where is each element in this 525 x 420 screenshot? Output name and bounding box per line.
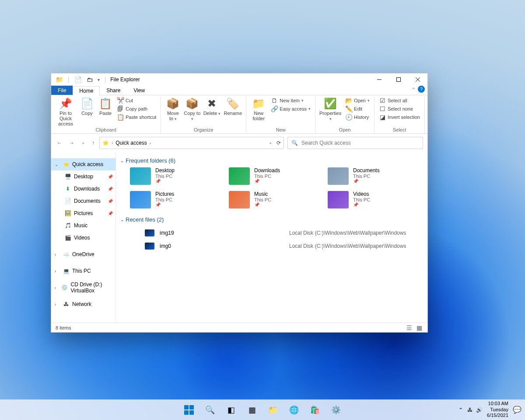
- address-bar[interactable]: ⭐ › Quick access › ⌄ ⟳: [99, 137, 284, 149]
- tab-view[interactable]: View: [127, 86, 151, 95]
- file-name: img0: [160, 243, 287, 249]
- network-tray-icon[interactable]: 🖧: [467, 407, 472, 413]
- group-label: Select: [377, 127, 422, 133]
- chevron-right-icon[interactable]: ›: [55, 269, 60, 274]
- new-item-button[interactable]: 🗋New item: [269, 97, 312, 104]
- search-box[interactable]: 🔍: [287, 137, 423, 149]
- folder-name: Videos: [353, 191, 370, 197]
- folder-name: Music: [254, 191, 271, 197]
- sidebar-cd-drive[interactable]: ›💿CD Drive (D:) VirtualBox: [51, 281, 116, 294]
- recent-file-row[interactable]: img0Local Disk (C:)\Windows\Web\Wallpape…: [130, 240, 422, 253]
- move-to-button[interactable]: 📦Move to: [164, 97, 182, 122]
- delete-button[interactable]: ✖Delete: [202, 97, 221, 117]
- tray-overflow-button[interactable]: ⌃: [458, 407, 463, 413]
- maximize-button[interactable]: [389, 73, 408, 86]
- tab-share[interactable]: Share: [100, 86, 127, 95]
- rename-button[interactable]: 🏷️Rename: [222, 97, 243, 117]
- volume-tray-icon[interactable]: 🔊: [476, 407, 483, 413]
- task-view-button[interactable]: ◧: [223, 402, 239, 418]
- sidebar-music[interactable]: 🎵Music: [51, 219, 116, 232]
- cut-icon: ✂️: [117, 97, 124, 104]
- properties-button[interactable]: ✅Properties: [318, 97, 343, 122]
- sidebar-quick-access[interactable]: ⌄ ⭐ Quick access: [51, 158, 116, 170]
- folder-tile[interactable]: VideosThis PC📌: [328, 191, 422, 208]
- pin-icon: 📌: [254, 202, 271, 207]
- sidebar-onedrive[interactable]: ›☁️OneDrive: [51, 248, 116, 260]
- notifications-tray-icon[interactable]: 💬: [513, 406, 522, 414]
- folder-name: Downloads: [254, 167, 280, 174]
- properties-qat-icon[interactable]: 📄: [73, 76, 84, 83]
- new-folder-button[interactable]: 📁New folder: [249, 97, 268, 122]
- tab-home[interactable]: Home: [73, 86, 100, 95]
- open-button[interactable]: 📂Open: [343, 97, 371, 104]
- new-folder-qat-icon[interactable]: 🗀: [85, 76, 94, 83]
- copy-path-button[interactable]: 🗐Copy path: [115, 105, 158, 113]
- pin-to-quick-access-button[interactable]: 📌 Pin to Quick access: [54, 97, 77, 127]
- move-icon: 📦: [164, 97, 181, 110]
- chevron-down-icon[interactable]: ⌄: [55, 162, 60, 167]
- taskbar-clock[interactable]: 10:03 AM Tuesday 6/15/2021: [487, 401, 508, 419]
- store-taskbar-button[interactable]: 🛍️: [307, 402, 323, 418]
- sidebar-documents[interactable]: 📄Documents📌: [51, 195, 116, 207]
- frequent-folders-header[interactable]: ⌄ Frequent folders (6): [120, 157, 422, 164]
- copy-to-button[interactable]: 📦Copy to: [183, 97, 201, 122]
- address-dropdown-icon[interactable]: ⌄: [269, 140, 272, 146]
- select-all-button[interactable]: ☑Select all: [377, 97, 422, 104]
- forward-button[interactable]: →: [68, 139, 76, 147]
- paste-button[interactable]: 📋 Paste: [97, 97, 114, 117]
- folder-tile[interactable]: MusicThis PC📌: [229, 191, 323, 208]
- folder-icon: [229, 167, 250, 185]
- file-thumbnail-icon: [145, 243, 154, 250]
- cut-button[interactable]: ✂️Cut: [115, 97, 158, 104]
- back-button[interactable]: ←: [56, 139, 63, 147]
- ribbon-collapse-icon[interactable]: ⌃: [412, 87, 415, 92]
- tab-file[interactable]: File: [51, 86, 73, 95]
- sidebar-this-pc[interactable]: ›💻This PC: [51, 265, 116, 277]
- up-button[interactable]: ↑: [91, 139, 96, 147]
- edit-button[interactable]: ✏️Edit: [343, 105, 371, 113]
- folder-tile[interactable]: DesktopThis PC📌: [130, 167, 224, 185]
- svg-rect-7: [189, 410, 194, 415]
- sidebar-desktop[interactable]: 🖥️Desktop📌: [51, 170, 116, 183]
- breadcrumb[interactable]: Quick access: [116, 140, 147, 146]
- folder-icon: 📁: [268, 405, 278, 415]
- pin-icon: 📌: [353, 179, 380, 184]
- folder-tile[interactable]: DownloadsThis PC📌: [229, 167, 323, 185]
- copy-button[interactable]: 📄 Copy: [78, 97, 96, 117]
- edge-taskbar-button[interactable]: 🌐: [286, 402, 302, 418]
- settings-taskbar-button[interactable]: ⚙️: [328, 402, 344, 418]
- chevron-right-icon[interactable]: ›: [55, 302, 60, 307]
- recent-files-header[interactable]: ⌄ Recent files (2): [120, 216, 422, 223]
- close-button[interactable]: [408, 73, 427, 86]
- folder-tile[interactable]: PicturesThis PC📌: [130, 191, 224, 208]
- titlebar: 📁 | 📄 🗀 ▾ | File Explorer: [51, 73, 427, 86]
- paste-icon: 📋: [98, 97, 113, 110]
- search-button[interactable]: 🔍: [202, 402, 218, 418]
- help-icon[interactable]: ?: [418, 86, 425, 93]
- large-icons-view-button[interactable]: ▦: [416, 323, 423, 332]
- minimize-button[interactable]: [370, 73, 389, 86]
- recent-file-row[interactable]: img19Local Disk (C:)\Windows\Web\Wallpap…: [130, 226, 422, 240]
- sidebar-downloads[interactable]: ⬇Downloads📌: [51, 183, 116, 195]
- details-view-button[interactable]: ☰: [406, 323, 413, 332]
- easy-access-button[interactable]: 🔗Easy access: [269, 105, 312, 113]
- chevron-right-icon[interactable]: ›: [55, 252, 60, 257]
- folder-tile[interactable]: DocumentsThis PC📌: [328, 167, 422, 185]
- qat-customize-icon[interactable]: ▾: [96, 77, 102, 82]
- sidebar-pictures[interactable]: 🖼️Pictures📌: [51, 207, 116, 219]
- search-input[interactable]: [301, 140, 419, 146]
- invert-selection-button[interactable]: ◪Invert selection: [377, 113, 422, 121]
- sidebar-network[interactable]: ›🖧Network: [51, 298, 116, 310]
- paste-shortcut-button[interactable]: 📋Paste shortcut: [115, 113, 158, 121]
- recent-locations-button[interactable]: ⌄: [80, 139, 86, 147]
- sidebar-videos[interactable]: 🎬Videos: [51, 232, 116, 244]
- refresh-button[interactable]: ⟳: [276, 140, 281, 146]
- select-none-button[interactable]: ☐Select none: [377, 105, 422, 113]
- separator-icon: |: [103, 76, 108, 83]
- file-explorer-taskbar-button[interactable]: 📁: [265, 402, 281, 418]
- widgets-button[interactable]: ▦: [244, 402, 260, 418]
- start-button[interactable]: [181, 402, 197, 418]
- history-button[interactable]: 🕘History: [343, 113, 371, 121]
- chevron-right-icon[interactable]: ›: [55, 285, 59, 290]
- svg-rect-5: [189, 405, 194, 410]
